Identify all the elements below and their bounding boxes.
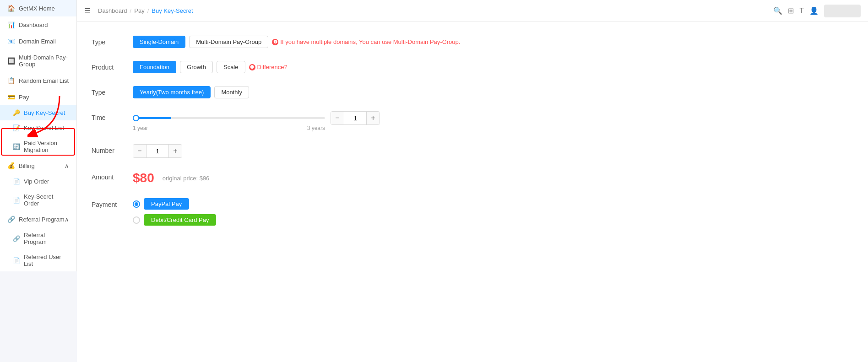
billing-icon: 💰 [7,162,15,169]
number-label: Number [92,144,133,154]
chevron-up-icon: ∧ [65,162,69,169]
sidebar-item-label: Referral Program [24,232,69,245]
billing-controls: Yearly(Two months free) Monthly [133,86,249,98]
account-icon[interactable]: 👤 [809,6,819,15]
referral-icon: 🔗 [7,216,15,223]
sidebar-item-dashboard[interactable]: 📊 Dashboard [0,16,76,33]
sidebar-item-referral-program-sub[interactable]: 🔗 Referral Program [0,227,76,249]
time-increment-btn[interactable]: + [367,112,380,124]
sidebar-item-buy-key-secret[interactable]: 🔑 Buy Key-Secret [0,105,76,120]
type-info-text: If you have multiple domains, You can us… [280,38,460,45]
chevron-up2-icon: ∧ [65,216,69,223]
sidebar-item-getmx-home[interactable]: 🏠 GetMX Home [0,0,76,16]
monthly-btn[interactable]: Monthly [214,86,249,98]
sidebar-item-label: Key-Secret List [24,124,64,131]
yearly-btn[interactable]: Yearly(Two months free) [133,86,211,98]
order-icon: 📄 [13,178,20,185]
sidebar-item-billing[interactable]: 💰 Billing ∧ [0,157,76,174]
sidebar-item-paid-version-migration[interactable]: 🔄 Paid Version Migration [0,135,76,157]
billing-label: Type [92,86,133,96]
payment-controls: PayPal Pay Debit/Credit Card Pay [133,198,216,230]
number-decrement-btn[interactable]: − [133,145,146,157]
search-icon[interactable]: 🔍 [773,6,782,15]
slider-row: − + [133,111,380,125]
key-icon: 🔑 [13,109,20,116]
time-input[interactable] [344,112,367,124]
dashboard-icon: 📊 [7,21,15,28]
topbar-right: 🔍 ⊞ T 👤 [773,5,861,17]
card-option: Debit/Credit Card Pay [133,214,216,226]
main-wrapper: ☰ Dashboard / Pay / Buy Key-Secret 🔍 ⊞ T… [77,0,868,362]
breadcrumb-sep2: / [147,7,149,14]
sidebar-item-referral-program[interactable]: 🔗 Referral Program ∧ [0,211,76,227]
breadcrumb-dashboard[interactable]: Dashboard [98,7,127,14]
sidebar-item-label: Referral Program [19,216,65,223]
sidebar-item-pay[interactable]: 💳 Pay [0,89,76,105]
sidebar-item-multi-domain[interactable]: 🔲 Multi-Domain Pay-Group [0,49,76,72]
time-decrement-btn[interactable]: − [331,112,344,124]
payment-row: Payment PayPal Pay Debit/Credit Card Pay [92,198,853,230]
menu-icon[interactable]: ☰ [84,6,91,15]
amount-label: Amount [92,171,133,181]
list2-icon: 📝 [13,124,20,131]
time-row: Time − + 1 year 3 years [92,111,853,131]
topbar: ☰ Dashboard / Pay / Buy Key-Secret 🔍 ⊞ T… [77,0,868,22]
time-stepper: − + [331,111,380,125]
sidebar-item-referred-user-list[interactable]: 📄 Referred User List [0,249,76,271]
breadcrumb: Dashboard / Pay / Buy Key-Secret [98,7,193,14]
amount-controls: $80 original price: $96 [133,171,209,185]
sidebar-item-domain-email[interactable]: 📧 Domain Email [0,33,76,49]
sidebar-item-label: GetMX Home [19,5,55,12]
sidebar-item-label: Random Email List [19,77,69,84]
multi-domain-btn[interactable]: Multi-Domain Pay-Group [189,36,268,48]
type-row: Type Single-Domain Multi-Domain Pay-Grou… [92,36,853,48]
info-dot: ❶ [272,39,278,45]
card-pay-btn[interactable]: Debit/Credit Card Pay [144,214,216,226]
product-info: ❶ Difference? [249,64,288,70]
type-label: Type [92,36,133,46]
referred-icon: 📄 [13,257,20,264]
breadcrumb-current: Buy Key-Secret [152,7,193,14]
number-input[interactable] [146,145,169,157]
slider-min-label: 1 year [133,125,148,131]
pay-icon: 💳 [7,93,15,101]
sidebar-item-random-email[interactable]: 📋 Random Email List [0,72,76,89]
user-avatar [824,5,861,17]
number-stepper: − + [133,144,182,158]
sidebar-item-key-secret-list[interactable]: 📝 Key-Secret List [0,120,76,135]
breadcrumb-sep1: / [130,7,132,14]
order2-icon: 📄 [13,197,20,204]
product-dot: ❶ [249,64,255,70]
paypal-pay-btn[interactable]: PayPal Pay [144,198,189,210]
time-slider[interactable] [133,117,325,119]
sidebar-item-label: Pay [19,94,29,101]
email-icon: 📧 [7,38,15,45]
amount-row: Amount $80 original price: $96 [92,171,853,185]
text-icon[interactable]: T [799,7,804,15]
expand-icon[interactable]: ⊞ [788,6,794,15]
scale-btn[interactable]: Scale [217,61,245,73]
breadcrumb-pay[interactable]: Pay [134,7,144,14]
product-controls: Foundation Growth Scale ❶ Difference? [133,61,288,73]
migration-icon: 🔄 [13,143,20,150]
single-domain-btn[interactable]: Single-Domain [133,36,185,48]
sidebar-item-key-secret-order[interactable]: 📄 Key-Secret Order [0,189,76,211]
number-controls: − + [133,144,182,158]
referral2-icon: 🔗 [13,235,20,242]
sidebar-item-label: Vip Order [24,178,49,185]
multi-domain-icon: 🔲 [7,57,15,65]
number-increment-btn[interactable]: + [169,145,182,157]
amount-price: $80 [133,171,154,185]
product-row: Product Foundation Growth Scale ❶ Differ… [92,61,853,73]
payment-label: Payment [92,198,133,208]
growth-btn[interactable]: Growth [180,61,213,73]
sidebar-item-vip-order[interactable]: 📄 Vip Order [0,174,76,189]
sidebar-item-label: Billing [19,162,35,169]
foundation-btn[interactable]: Foundation [133,61,176,73]
paypal-radio[interactable] [133,200,140,208]
sidebar-item-label: Multi-Domain Pay-Group [19,54,69,68]
card-radio[interactable] [133,216,140,224]
sidebar-item-label: Referred User List [24,254,69,267]
sidebar-item-label: Buy Key-Secret [24,109,65,116]
billing-row: Type Yearly(Two months free) Monthly [92,86,853,98]
